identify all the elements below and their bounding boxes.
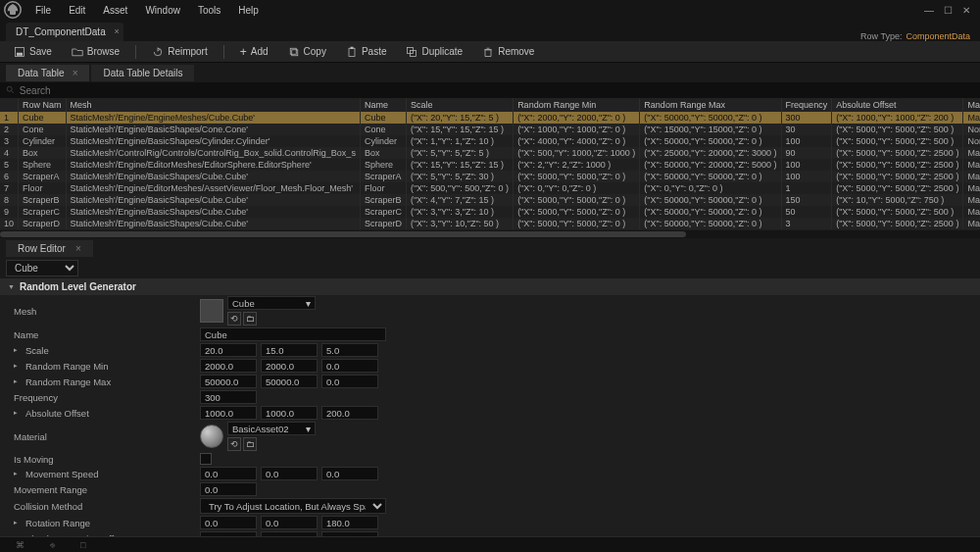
close-icon[interactable]: × <box>73 68 78 78</box>
cell-mat[interactable]: Material'/Engine/MapTemplates/Materials/… <box>963 194 980 206</box>
cell-name[interactable]: Cube <box>19 112 67 124</box>
column-header[interactable] <box>0 98 19 112</box>
cell-col[interactable]: ScraperD <box>360 218 406 229</box>
cell-col[interactable]: Floor <box>360 182 406 194</box>
cell-rmax[interactable]: ("X": 50000,"Y": 50000,"Z": 0 ) <box>640 194 781 206</box>
use-selected-icon[interactable]: ⟲ <box>227 312 241 326</box>
cell-mat[interactable]: Material'/DatasmithContent/Materials/FBX… <box>963 147 980 159</box>
expand-icon[interactable]: ▸ <box>14 470 22 477</box>
rot-y-input[interactable] <box>261 516 318 529</box>
cell-n[interactable]: 9 <box>0 206 19 218</box>
column-header[interactable]: Absolute Offset <box>832 98 963 112</box>
cell-scale[interactable]: ("X": 4,"Y": 7,"Z": 15 ) <box>406 194 513 206</box>
menu-help[interactable]: Help <box>230 3 267 18</box>
cell-col[interactable]: Cone <box>360 124 406 135</box>
rot-x-input[interactable] <box>200 516 257 529</box>
rmin-y-input[interactable] <box>261 359 318 373</box>
close-icon[interactable]: × <box>114 26 119 36</box>
cell-rmin[interactable]: ("X": 5000,"Y": 5000,"Z": 0 ) <box>514 206 640 218</box>
add-button[interactable]: +Add <box>232 43 276 61</box>
table-row[interactable]: 5SphereStaticMesh'/Engine/EditorMeshes/E… <box>0 159 980 171</box>
cell-off[interactable]: ("X": 5000,"Y": 5000,"Z": 2500 ) <box>832 182 963 194</box>
cell-rmax[interactable]: ("X": 50000,"Y": 50000,"Z": 0 ) <box>640 171 781 182</box>
cell-n[interactable]: 4 <box>0 147 19 159</box>
is-moving-checkbox[interactable] <box>200 453 212 465</box>
cell-off[interactable]: ("X": 5000,"Y": 5000,"Z": 2500 ) <box>832 159 963 171</box>
cell-n[interactable]: 8 <box>0 194 19 206</box>
cell-off[interactable]: ("X": 5000,"Y": 5000,"Z": 2500 ) <box>832 218 963 229</box>
cell-n[interactable]: 10 <box>0 218 19 229</box>
spd-x-input[interactable] <box>200 467 257 480</box>
scale-x-input[interactable] <box>200 343 257 357</box>
rot-z-input[interactable] <box>321 516 378 529</box>
column-header[interactable]: Random Range Max <box>640 98 781 112</box>
file-tab[interactable]: DT_ComponentData × <box>6 23 123 41</box>
column-header[interactable]: Frequency <box>781 98 832 112</box>
cell-rmax[interactable]: ("X": 50000,"Y": 50000,"Z": 0 ) <box>640 206 781 218</box>
reimport-button[interactable]: Reimport <box>144 44 216 60</box>
cell-col[interactable]: Sphere <box>360 159 406 171</box>
rmax-x-input[interactable] <box>200 375 257 388</box>
table-row[interactable]: 4BoxStaticMesh'/ControlRig/Controls/Cont… <box>0 147 980 159</box>
scale-y-input[interactable] <box>261 343 318 357</box>
cell-rmax[interactable]: ("X": 50000,"Y": 20000,"Z": 5000 ) <box>640 159 781 171</box>
cell-mesh[interactable]: StaticMesh'/Engine/BasicShapes/Cube.Cube… <box>66 171 360 182</box>
cell-n[interactable]: 3 <box>0 135 19 147</box>
save-button[interactable]: Save <box>6 44 60 60</box>
window-maximize[interactable]: ☐ <box>944 5 953 16</box>
table-row[interactable]: 10ScraperDStaticMesh'/Engine/BasicShapes… <box>0 218 980 229</box>
cell-name[interactable]: Cylinder <box>19 135 67 147</box>
mrange-input[interactable] <box>200 482 257 496</box>
window-close[interactable]: ✕ <box>962 5 970 16</box>
cell-freq[interactable]: 30 <box>781 124 832 135</box>
cell-name[interactable]: ScraperA <box>19 171 67 182</box>
cell-rmax[interactable]: ("X": 25000,"Y": 20000,"Z": 3000 ) <box>640 147 781 159</box>
remove-button[interactable]: Remove <box>474 44 542 60</box>
table-row[interactable]: 9ScraperCStaticMesh'/Engine/BasicShapes/… <box>0 206 980 218</box>
cell-off[interactable]: ("X": 5000,"Y": 5000,"Z": 500 ) <box>832 124 963 135</box>
cell-scale[interactable]: ("X": 20,"Y": 15,"Z": 5 ) <box>406 112 513 124</box>
cell-scale[interactable]: ("X": 5,"Y": 5,"Z": 5 ) <box>406 147 513 159</box>
browse-asset-icon[interactable]: 🗀 <box>243 312 257 326</box>
cell-rmin[interactable]: ("X": 2,"Y": 2,"Z": 1000 ) <box>514 159 640 171</box>
paste-button[interactable]: Paste <box>338 44 395 60</box>
cell-name[interactable]: Sphere <box>19 159 67 171</box>
cell-col[interactable]: ScraperC <box>360 206 406 218</box>
cell-name[interactable]: Box <box>19 147 67 159</box>
data-table[interactable]: Row NamMeshNameScaleRandom Range MinRand… <box>0 98 980 229</box>
cell-freq[interactable]: 100 <box>781 135 832 147</box>
cell-mat[interactable]: Material'/Engine/MapTemplates/Materials/… <box>963 218 980 229</box>
material-thumbnail[interactable] <box>200 425 223 448</box>
scale-z-input[interactable] <box>321 343 378 357</box>
cell-n[interactable]: 6 <box>0 171 19 182</box>
cell-col[interactable]: Box <box>360 147 406 159</box>
rmax-z-input[interactable] <box>321 375 378 388</box>
off-y-input[interactable] <box>261 406 318 420</box>
cell-freq[interactable]: 150 <box>781 194 832 206</box>
cell-off[interactable]: ("X": 5000,"Y": 5000,"Z": 500 ) <box>832 135 963 147</box>
cell-name[interactable]: Cone <box>19 124 67 135</box>
cell-mesh[interactable]: StaticMesh'/Engine/BasicShapes/Cube.Cube… <box>66 194 360 206</box>
rmin-x-input[interactable] <box>200 359 257 373</box>
duplicate-button[interactable]: Duplicate <box>398 44 470 60</box>
column-header[interactable]: Name <box>360 98 406 112</box>
cell-off[interactable]: ("X": 5000,"Y": 5000,"Z": 2500 ) <box>832 147 963 159</box>
cell-mat[interactable]: Material'/DatasmithContent/Materials/Are… <box>963 182 980 194</box>
section-header[interactable]: ▼Random Level Generator <box>0 278 980 295</box>
cell-off[interactable]: ("X": 5000,"Y": 5000,"Z": 500 ) <box>832 206 963 218</box>
cell-rmax[interactable]: ("X": 15000,"Y": 15000,"Z": 0 ) <box>640 124 781 135</box>
cell-off[interactable]: ("X": 1000,"Y": 1000,"Z": 200 ) <box>832 112 963 124</box>
expand-icon[interactable]: ▸ <box>14 346 22 354</box>
cell-mat[interactable]: None <box>963 135 980 147</box>
menu-asset[interactable]: Asset <box>95 3 135 18</box>
table-row[interactable]: 6ScraperAStaticMesh'/Engine/BasicShapes/… <box>0 171 980 182</box>
cell-mesh[interactable]: StaticMesh'/Engine/BasicShapes/Cylinder.… <box>66 135 360 147</box>
expand-icon[interactable]: ▸ <box>14 409 22 417</box>
table-row[interactable]: 3CylinderStaticMesh'/Engine/BasicShapes/… <box>0 135 980 147</box>
cell-mesh[interactable]: StaticMesh'/Engine/EngineMeshes/Cube.Cub… <box>66 112 360 124</box>
cell-name[interactable]: Floor <box>19 182 67 194</box>
cell-rmin[interactable]: ("X": 500,"Y": 1000,"Z": 1000 ) <box>514 147 640 159</box>
column-header[interactable]: Row Nam <box>19 98 67 112</box>
cell-rmin[interactable]: ("X": 5000,"Y": 5000,"Z": 0 ) <box>514 218 640 229</box>
cell-mesh[interactable]: StaticMesh'/ControlRig/Controls/ControlR… <box>66 147 360 159</box>
